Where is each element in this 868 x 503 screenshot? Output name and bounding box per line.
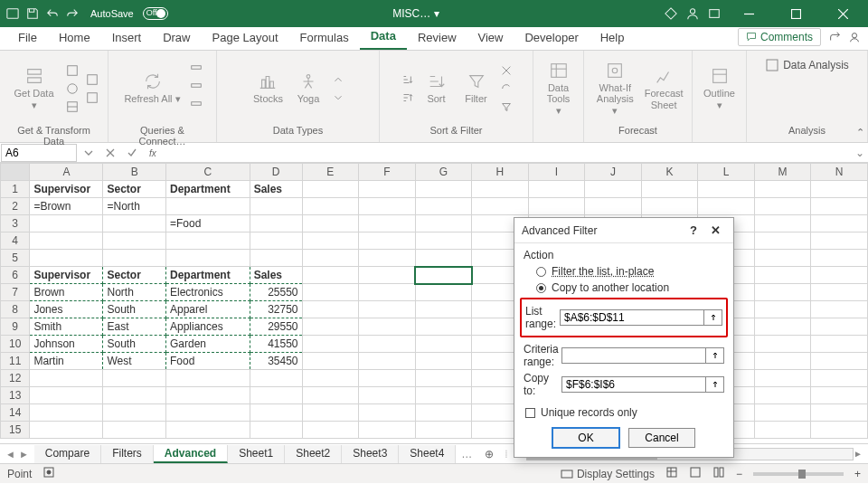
cell-A11[interactable]: Martin: [30, 353, 103, 370]
cell-A8[interactable]: Jones: [30, 301, 103, 318]
advanced-icon[interactable]: [498, 99, 514, 115]
tab-developer[interactable]: Developer: [514, 27, 589, 50]
cell-C6[interactable]: Department: [165, 267, 250, 284]
cell-M10[interactable]: [754, 336, 811, 353]
cancel-button[interactable]: Cancel: [628, 428, 695, 448]
cell-B12[interactable]: [103, 370, 165, 387]
cell-B5[interactable]: [103, 250, 165, 267]
zoom-slider[interactable]: [753, 472, 844, 476]
col-header-L[interactable]: L: [698, 164, 755, 181]
cell-G4[interactable]: [415, 233, 472, 250]
cell-G3[interactable]: [415, 215, 472, 233]
col-header-G[interactable]: G: [415, 164, 472, 181]
view-page-layout-icon[interactable]: [689, 466, 702, 481]
cell-D11[interactable]: 35450: [250, 353, 302, 370]
cell-N9[interactable]: [811, 318, 868, 336]
row-header-11[interactable]: 11: [1, 353, 30, 370]
radio-copy-to-location[interactable]: Copy to another location: [524, 280, 724, 296]
tab-view[interactable]: View: [467, 27, 514, 50]
cell-D4[interactable]: [250, 233, 302, 250]
col-header-K[interactable]: K: [641, 164, 698, 181]
share-icon[interactable]: [828, 31, 841, 46]
cell-B1[interactable]: Sector: [103, 181, 165, 198]
cell-C7[interactable]: Electronics: [165, 284, 250, 301]
cell-E13[interactable]: [302, 387, 359, 404]
cell-C4[interactable]: [165, 233, 250, 250]
cell-N12[interactable]: [811, 370, 868, 387]
sheet-tab-sheet3[interactable]: Sheet3: [342, 445, 399, 463]
cell-N4[interactable]: [811, 233, 868, 250]
cell-N3[interactable]: [811, 215, 868, 233]
sheet-tab-filters[interactable]: Filters: [101, 445, 154, 463]
row-header-4[interactable]: 4: [1, 233, 30, 250]
cell-L1[interactable]: [698, 181, 755, 198]
cell-N1[interactable]: [811, 181, 868, 198]
cell-N15[interactable]: [811, 422, 868, 439]
cell-N2[interactable]: [811, 198, 868, 215]
cell-G6[interactable]: [415, 267, 472, 284]
tab-page-layout[interactable]: Page Layout: [202, 27, 289, 50]
get-data-button[interactable]: Get Data ▾: [7, 64, 61, 111]
cell-B9[interactable]: East: [103, 318, 165, 336]
col-header-M[interactable]: M: [754, 164, 811, 181]
formula-input[interactable]: [165, 145, 852, 161]
cell-M2[interactable]: [754, 198, 811, 215]
list-range-input[interactable]: [560, 309, 704, 326]
cell-B6[interactable]: Sector: [103, 267, 165, 284]
cell-E6[interactable]: [302, 267, 359, 284]
cell-L2[interactable]: [698, 198, 755, 215]
cell-A4[interactable]: [30, 233, 103, 250]
col-header-N[interactable]: N: [811, 164, 868, 181]
cell-E14[interactable]: [302, 404, 359, 422]
sheet-nav-next-icon[interactable]: ►: [19, 449, 29, 460]
tab-formulas[interactable]: Formulas: [289, 27, 360, 50]
cell-D13[interactable]: [250, 387, 302, 404]
row-header-5[interactable]: 5: [1, 250, 30, 267]
collapse-ribbon-icon[interactable]: ⌃: [856, 127, 864, 138]
recent-sources-icon[interactable]: [84, 71, 100, 88]
sheet-tab-more[interactable]: …: [456, 448, 477, 460]
radio-filter-in-place[interactable]: Filter the list, in-place: [524, 263, 724, 280]
cell-B13[interactable]: [103, 387, 165, 404]
cell-I1[interactable]: [528, 181, 585, 198]
cell-H1[interactable]: [472, 181, 529, 198]
cell-G2[interactable]: [415, 198, 472, 215]
data-tools-button[interactable]: Data Tools ▾: [541, 59, 577, 117]
cell-F4[interactable]: [359, 233, 416, 250]
datatype-up-icon[interactable]: [330, 71, 346, 88]
cell-B2[interactable]: =North: [103, 198, 165, 215]
cell-N8[interactable]: [811, 301, 868, 318]
cell-B3[interactable]: [103, 215, 165, 233]
cell-G13[interactable]: [415, 387, 472, 404]
zoom-out-icon[interactable]: −: [736, 468, 742, 480]
cell-M7[interactable]: [754, 284, 811, 301]
cell-M14[interactable]: [754, 404, 811, 422]
what-if-button[interactable]: What-If Analysis ▾: [591, 59, 639, 117]
display-settings-button[interactable]: Display Settings: [561, 468, 655, 480]
cell-A5[interactable]: [30, 250, 103, 267]
cell-C1[interactable]: Department: [165, 181, 250, 198]
forecast-sheet-button[interactable]: Forecast Sheet: [643, 64, 684, 111]
maximize-button[interactable]: [776, 0, 816, 27]
cell-D10[interactable]: 41550: [250, 336, 302, 353]
cell-E3[interactable]: [302, 215, 359, 233]
sheet-nav-prev-icon[interactable]: ◄: [5, 449, 15, 460]
cell-D1[interactable]: Sales: [250, 181, 302, 198]
cell-M9[interactable]: [754, 318, 811, 336]
cell-G12[interactable]: [415, 370, 472, 387]
cell-F5[interactable]: [359, 250, 416, 267]
close-button[interactable]: [823, 0, 863, 27]
cell-E12[interactable]: [302, 370, 359, 387]
col-header-D[interactable]: D: [250, 164, 302, 181]
cell-E11[interactable]: [302, 353, 359, 370]
cell-C12[interactable]: [165, 370, 250, 387]
cell-G10[interactable]: [415, 336, 472, 353]
cell-E9[interactable]: [302, 318, 359, 336]
cell-F9[interactable]: [359, 318, 416, 336]
list-range-picker-icon[interactable]: [704, 309, 722, 326]
filter-button[interactable]: Filter: [458, 70, 495, 106]
cell-A7[interactable]: Brown: [30, 284, 103, 301]
datatype-down-icon[interactable]: [330, 90, 346, 106]
cell-A3[interactable]: [30, 215, 103, 233]
cell-E5[interactable]: [302, 250, 359, 267]
